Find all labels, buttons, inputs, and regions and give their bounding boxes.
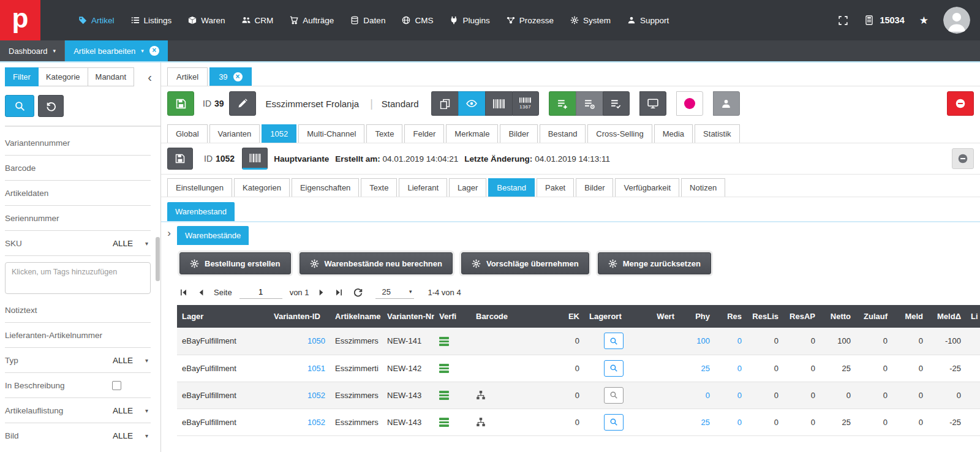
monitor-button[interactable] [639, 91, 666, 116]
typ-select[interactable]: ALLE▾ [113, 356, 151, 365]
page-tab-artikel[interactable]: Artikel [167, 67, 208, 86]
sidebar-tab-mandant[interactable]: Mandant [88, 67, 135, 86]
preview-eye-button[interactable] [458, 91, 485, 116]
sidebar-tab-kategorie[interactable]: Kategorie [39, 67, 88, 86]
previous-page-icon[interactable] [196, 287, 206, 298]
tags-input[interactable]: Klicken, um Tags hinzuzufügen [5, 262, 151, 294]
close-tab-icon[interactable]: × [149, 46, 159, 56]
stock-add-button[interactable] [549, 91, 576, 116]
filter-lieferanten-artikelnummer[interactable]: Lieferanten-Artikelnummer [5, 323, 151, 348]
vorschlaege-uebernehmen-button[interactable]: Vorschläge übernehmen [461, 252, 589, 274]
sidebar-scrollbar[interactable] [156, 237, 160, 281]
owner-button[interactable] [713, 91, 740, 116]
last-page-icon[interactable] [334, 287, 344, 298]
favorites-star-icon[interactable]: ★ [919, 14, 929, 27]
phy-link[interactable]: 25 [701, 418, 710, 427]
tab-verfuegbarkeit[interactable]: Verfügbarkeit [615, 178, 679, 197]
expand-panel-icon[interactable]: › [161, 222, 177, 452]
variant-barcode-button[interactable] [242, 148, 268, 170]
phy-link[interactable]: 25 [701, 364, 710, 373]
variant-id-link[interactable]: 1051 [307, 364, 325, 373]
phy-link[interactable]: 100 [696, 336, 710, 345]
tab-bestand[interactable]: Bestand [540, 124, 586, 143]
app-logo[interactable]: p [0, 0, 40, 40]
search-button[interactable] [5, 95, 34, 117]
sku-select[interactable]: ALLE▾ [113, 239, 151, 248]
refresh-icon[interactable] [352, 286, 364, 299]
workspace-tab-artikel-bearbeiten[interactable]: Artikel bearbeiten ▾ × [65, 40, 168, 61]
tab-statistik[interactable]: Statistik [695, 124, 740, 143]
filter-notiztext[interactable]: Notiztext [5, 298, 151, 323]
nav-item-artikel[interactable]: Artikel [78, 16, 115, 25]
variant-id-link[interactable]: 1052 [307, 418, 325, 427]
stock-view-button[interactable] [576, 91, 603, 116]
artikelauflistung-select[interactable]: ALLE▾ [113, 406, 151, 415]
tab-merkmale[interactable]: Merkmale [446, 124, 498, 143]
lagerort-search-button[interactable] [604, 360, 624, 377]
variant-id-link[interactable]: 1052 [307, 391, 325, 400]
tab-media[interactable]: Media [654, 124, 693, 143]
filter-seriennummer[interactable]: Seriennummer [5, 206, 151, 231]
phy-link[interactable]: 0 [706, 391, 710, 400]
table-row[interactable]: eBayFulfillment 1052 Esszimmers NEW-143 … [177, 409, 980, 435]
tab-1052[interactable]: 1052 [262, 124, 296, 143]
filter-variantennummer[interactable]: Variantennummer [5, 130, 151, 156]
lagerort-search-button[interactable] [604, 414, 624, 431]
nav-item-prozesse[interactable]: Prozesse [507, 16, 554, 25]
table-row[interactable]: eBayFulfillment 1051 Esszimmerti NEW-142… [177, 355, 980, 382]
menge-zuruecksetzen-button[interactable]: Menge zurücksetzen [598, 252, 711, 274]
nav-item-system[interactable]: System [570, 16, 611, 25]
tab-eigenschaften[interactable]: Eigenschaften [292, 178, 359, 197]
tab-varianten[interactable]: Varianten [209, 124, 260, 143]
tab-texte-variant[interactable]: Texte [361, 178, 397, 197]
bild-select[interactable]: ALLE▾ [113, 431, 151, 440]
nav-item-listings[interactable]: Listings [131, 16, 172, 25]
tab-lager[interactable]: Lager [449, 178, 486, 197]
collapse-sidebar-icon[interactable]: ‹ [143, 71, 157, 83]
tab-warenbestand[interactable]: Warenbestand [167, 202, 235, 221]
tab-felder[interactable]: Felder [404, 124, 444, 143]
close-tab-icon[interactable]: × [233, 72, 243, 81]
res-link[interactable]: 0 [737, 364, 742, 373]
tab-cross-selling[interactable]: Cross-Selling [587, 124, 652, 143]
table-row[interactable]: eBayFulfillment 1052 Esszimmers NEW-143 … [177, 382, 980, 409]
nav-item-waren[interactable]: Waren [188, 16, 225, 25]
table-row[interactable]: eBayFulfillment 1050 Esszimmers NEW-141 … [177, 328, 980, 355]
tab-bilder-variant[interactable]: Bilder [576, 178, 613, 197]
tab-kategorien[interactable]: Kategorien [234, 178, 290, 197]
fullscreen-icon[interactable] [837, 14, 850, 27]
lagerort-search-button[interactable] [604, 333, 624, 349]
tab-bilder[interactable]: Bilder [500, 124, 537, 143]
filter-barcode[interactable]: Barcode [5, 156, 151, 181]
next-page-icon[interactable] [316, 287, 326, 298]
tab-einstellungen[interactable]: Einstellungen [167, 178, 232, 197]
page-tab-39[interactable]: 39 × [209, 67, 251, 86]
sidebar-tab-filter[interactable]: Filter [5, 67, 39, 86]
nav-item-cms[interactable]: CMS [402, 16, 433, 25]
res-link[interactable]: 0 [737, 336, 742, 345]
tab-texte[interactable]: Texte [366, 124, 402, 143]
nav-item-auftraege[interactable]: Aufträge [290, 16, 334, 25]
stock-export-button[interactable] [603, 91, 630, 116]
page-input[interactable] [239, 285, 282, 299]
per-page-select[interactable]: 25 ▾ [375, 286, 414, 299]
in-beschreibung-checkbox[interactable] [112, 381, 121, 390]
tab-paket[interactable]: Paket [537, 178, 574, 197]
delete-article-button[interactable] [947, 91, 974, 116]
collapse-variant-button[interactable] [952, 148, 974, 169]
nav-item-support[interactable]: Support [627, 16, 669, 25]
lagerort-search-button[interactable] [604, 387, 624, 404]
nav-item-daten[interactable]: Daten [350, 16, 385, 25]
reset-button[interactable] [38, 95, 64, 117]
tab-warenbestaende[interactable]: Warenbestände [177, 226, 249, 245]
barcode-button[interactable] [485, 91, 512, 116]
ticket-counter[interactable]: 15034 [864, 15, 904, 25]
bestellung-erstellen-button[interactable]: Bestellung erstellen [179, 252, 291, 274]
tab-notizen[interactable]: Notizen [681, 178, 725, 197]
copy-button[interactable] [431, 91, 458, 116]
variant-id-link[interactable]: 1050 [307, 336, 325, 345]
barcode-1367-button[interactable]: 1367 [512, 91, 539, 116]
tab-bestand-variant[interactable]: Bestand [488, 178, 535, 197]
tab-global[interactable]: Global [167, 124, 208, 143]
filter-artikeldaten[interactable]: Artikeldaten [5, 181, 151, 206]
